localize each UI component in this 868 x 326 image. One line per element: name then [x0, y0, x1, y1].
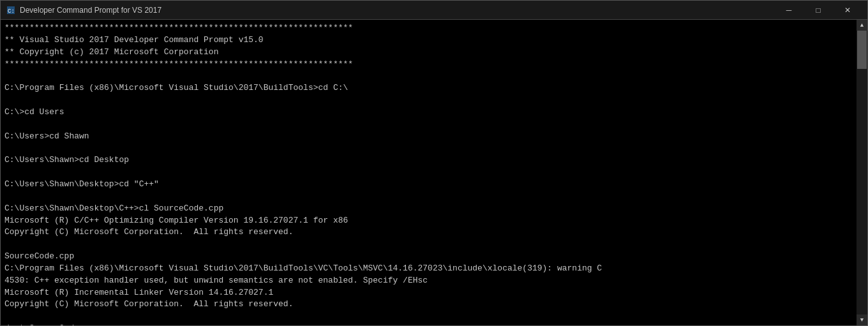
app-icon: C: [6, 5, 16, 15]
scroll-down-button[interactable]: ▼ [857, 315, 867, 325]
title-bar: C: Developer Command Prompt for VS 2017 … [1, 1, 867, 20]
scroll-up-button[interactable]: ▲ [857, 20, 867, 31]
minimize-button[interactable]: ─ [774, 1, 804, 20]
title-bar-left: C: Developer Command Prompt for VS 2017 [6, 5, 161, 15]
window-title: Developer Command Prompt for VS 2017 [20, 6, 161, 15]
console-output: ****************************************… [4, 22, 854, 325]
svg-text:C:: C: [8, 8, 15, 15]
window: C: Developer Command Prompt for VS 2017 … [0, 0, 868, 326]
scrollbar-thumb[interactable] [857, 31, 867, 69]
maximize-button[interactable]: □ [804, 1, 833, 20]
title-bar-controls: ─ □ ✕ [774, 1, 862, 20]
scrollbar[interactable]: ▲ ▼ [857, 20, 867, 325]
console-area: ****************************************… [1, 20, 867, 325]
close-button[interactable]: ✕ [833, 1, 862, 20]
console-content[interactable]: ****************************************… [1, 20, 857, 325]
scrollbar-track[interactable] [857, 31, 867, 315]
